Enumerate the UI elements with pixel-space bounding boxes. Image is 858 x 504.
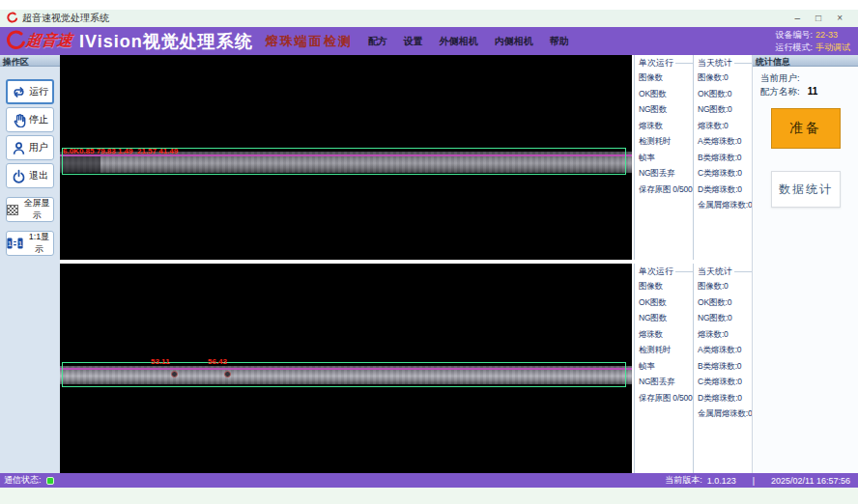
stat-row: B类熔珠数:0 (698, 150, 752, 166)
defect-marker (224, 371, 231, 378)
stop-hand-icon (12, 113, 26, 127)
stats-section-top: 单次运行 图像数 OK图数 NG图数 熔珠数 检测耗时 帧率 NG图丢弃 保存原… (634, 55, 752, 260)
measurement-annotation: 56.43 (208, 357, 227, 366)
data-statistics-button[interactable]: 数据统计 (771, 171, 841, 208)
today-stats-groupbox: 当天统计 图像数:0 OK图数:0 NG图数:0 熔珠数:0 A类熔珠数:0 B… (693, 55, 752, 260)
stat-row: NG图丢弃 (639, 374, 693, 390)
run-mode-label: 运行模式: (775, 42, 813, 52)
app-subtitle: 熔珠端面检测 (266, 33, 353, 50)
brand-swirl-icon (4, 29, 25, 54)
one-to-one-button[interactable]: 1 1 1:1显示 (6, 231, 54, 256)
menu-item-help[interactable]: 帮助 (550, 35, 569, 48)
recipe-name-value: 11 (808, 86, 818, 97)
operation-area-title: 操作区 (0, 55, 60, 67)
user-button[interactable]: 用户 (6, 135, 54, 160)
device-number-label: 设备编号: (775, 30, 813, 40)
stat-row: D类熔珠数:0 (698, 182, 752, 198)
operation-sidebar: 操作区 运行 停止 (0, 55, 60, 473)
stat-row: NG图数:0 (698, 310, 752, 326)
stat-row: 保存原图 0/500 (639, 182, 693, 198)
stat-row: 检测耗时 (639, 133, 693, 150)
run-button-label: 运行 (29, 85, 48, 98)
stats-section-bottom: 单次运行 图像数 OK图数 NG图数 熔珠数 检测耗时 帧率 NG图丢弃 保存原… (634, 264, 752, 473)
main-menu: 配方 设置 外侧相机 内侧相机 帮助 (368, 35, 569, 48)
stat-row: 图像数:0 (698, 70, 752, 86)
exit-button-label: 退出 (29, 169, 48, 182)
menu-item-outer-camera[interactable]: 外侧相机 (440, 35, 478, 48)
stat-row: 金属屑熔珠数:0 (698, 197, 752, 213)
one-to-one-button-label: 1:1显示 (25, 231, 53, 256)
maximize-button[interactable]: □ (815, 10, 821, 27)
stat-row: B类熔珠数:0 (698, 358, 752, 375)
os-titlebar: 超音速视觉处理系统 – □ × (0, 10, 858, 27)
stat-row: 保存原图 0/500 (639, 390, 693, 406)
stat-row: NG图丢弃 (639, 165, 693, 182)
stop-button[interactable]: 停止 (6, 107, 54, 132)
stat-row: 图像数:0 (698, 278, 752, 294)
stat-row: A类熔珠数:0 (698, 133, 752, 150)
single-run-title: 单次运行 (639, 57, 673, 70)
desktop-background (0, 0, 858, 10)
minimize-button[interactable]: – (795, 10, 801, 27)
stat-row: 帧率 (639, 150, 693, 166)
stat-row: 帧率 (639, 358, 693, 375)
datetime-value: 2025/02/11 16:57:56 (771, 476, 850, 486)
prepare-button[interactable]: 准备 (771, 108, 841, 149)
status-bar: 通信状态: 当前版本: 1.0.123 | 2025/02/11 16:57:5… (0, 473, 858, 488)
menu-item-inner-camera[interactable]: 内侧相机 (495, 35, 533, 48)
desktop-background (0, 488, 858, 504)
status-separator: | (753, 476, 755, 486)
statistics-info-panel: 统计信息 当前用户: 配方名称:11 准备 数据统计 (752, 55, 858, 473)
fullscreen-button-label: 全屏显示 (20, 197, 53, 222)
stat-row: D类熔珠数:0 (698, 390, 752, 406)
single-run-groupbox: 单次运行 图像数 OK图数 NG图数 熔珠数 检测耗时 帧率 NG图丢弃 保存原… (634, 264, 693, 473)
device-number-value: 22-33 (815, 30, 838, 40)
stat-row: C类熔珠数:0 (698, 374, 752, 390)
user-person-icon (12, 141, 26, 155)
today-stats-groupbox: 当天统计 图像数:0 OK图数:0 NG图数:0 熔珠数:0 A类熔珠数:0 B… (693, 264, 752, 473)
comm-status-indicator (46, 477, 54, 485)
recipe-name-label: 配方名称: (760, 86, 800, 97)
measurement-annotation: 6.0K0.85 79.83 1.49 21.57 41.49 (63, 147, 178, 155)
svg-text:1: 1 (18, 239, 23, 248)
stat-row: OK图数 (639, 86, 693, 102)
fullscreen-dither-icon (7, 205, 18, 215)
green-roi-rectangle (62, 362, 626, 387)
stat-row: OK图数:0 (698, 294, 752, 311)
window-title: 超音速视觉处理系统 (22, 12, 109, 25)
version-label: 当前版本: (665, 474, 702, 487)
defect-marker (171, 371, 178, 378)
stat-row: 图像数 (639, 278, 693, 294)
camera-viewport-top: 6.0K0.85 79.83 1.49 21.57 41.49 (60, 55, 632, 260)
stat-row: NG图数:0 (698, 101, 752, 118)
single-run-groupbox: 单次运行 图像数 OK图数 NG图数 熔珠数 检测耗时 帧率 NG图丢弃 保存原… (634, 55, 693, 260)
statistics-column: 单次运行 图像数 OK图数 NG图数 熔珠数 检测耗时 帧率 NG图丢弃 保存原… (632, 55, 752, 473)
version-value: 1.0.123 (707, 476, 736, 486)
stat-row: 熔珠数 (639, 118, 693, 134)
app-window: 超音速视觉处理系统 – □ × 超音速 IVision视觉处理系统 熔珠端面检测… (0, 0, 858, 504)
stat-row: A类熔珠数:0 (698, 342, 752, 358)
power-icon (12, 169, 26, 183)
stop-button-label: 停止 (29, 113, 48, 126)
close-button[interactable]: × (837, 10, 843, 27)
stat-row: 熔珠数 (639, 326, 693, 343)
stat-row: C类熔珠数:0 (698, 165, 752, 182)
stat-row: 熔珠数:0 (698, 118, 752, 134)
current-user-label: 当前用户: (760, 72, 800, 83)
app-header: 超音速 IVision视觉处理系统 熔珠端面检测 配方 设置 外侧相机 内侧相机… (0, 27, 858, 55)
stat-row: 金属屑熔珠数:0 (698, 406, 752, 422)
exit-button[interactable]: 退出 (6, 163, 54, 188)
run-mode-value: 手动调试 (815, 42, 850, 52)
run-button[interactable]: 运行 (6, 79, 54, 104)
user-button-label: 用户 (29, 141, 48, 154)
app-title: IVision视觉处理系统 (79, 30, 253, 53)
today-stats-title: 当天统计 (698, 57, 732, 70)
stat-row: NG图数 (639, 310, 693, 326)
fullscreen-button[interactable]: 全屏显示 (6, 197, 54, 222)
menu-item-recipe[interactable]: 配方 (368, 35, 387, 48)
comm-status-label: 通信状态: (4, 474, 42, 487)
single-run-title: 单次运行 (639, 266, 673, 278)
one-to-one-icon: 1 1 (7, 238, 23, 249)
menu-item-settings[interactable]: 设置 (404, 35, 423, 48)
today-stats-title: 当天统计 (698, 266, 732, 278)
